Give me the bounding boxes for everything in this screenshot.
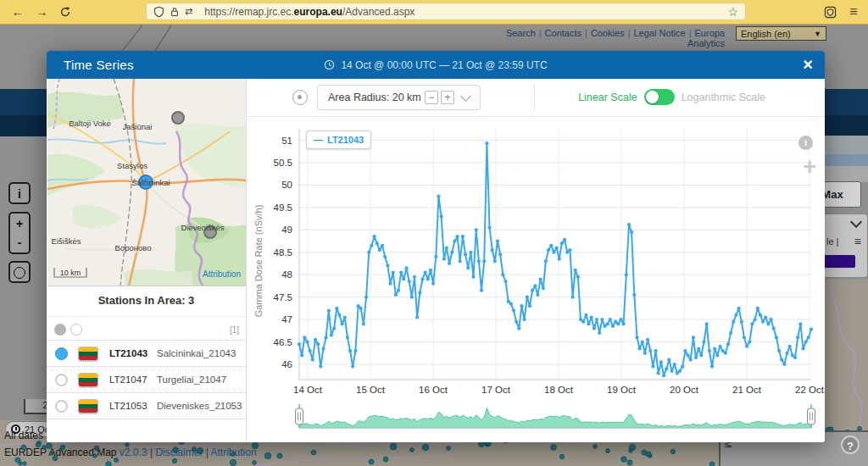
station-radio[interactable] — [55, 347, 68, 360]
separator: | — [628, 28, 631, 38]
info-icon[interactable]: i — [798, 136, 813, 150]
navigator-area — [299, 408, 811, 428]
linear-scale-label[interactable]: Linear Scale — [578, 92, 637, 103]
logarithmic-scale-label[interactable]: Logarithmic Scale — [682, 92, 765, 103]
station-code: LT21047 — [109, 374, 153, 385]
svg-text:18 Oct: 18 Oct — [544, 385, 574, 395]
nav-handle-left[interactable] — [296, 408, 303, 424]
svg-text:50.5: 50.5 — [274, 158, 292, 168]
svg-text:46.5: 46.5 — [274, 337, 292, 347]
area-plus-button[interactable]: + — [441, 91, 454, 104]
separator: | — [689, 28, 692, 38]
browser-toolbar: ← → ⇄ https://remap.jrc.ec.europa.eu/Adv… — [0, 0, 868, 25]
cluster-toggle-filled[interactable] — [54, 324, 66, 336]
nav-handle-right[interactable] — [808, 408, 815, 424]
station-radio[interactable] — [55, 400, 68, 413]
bg-strip — [825, 136, 868, 154]
x-axis-labels: 14 Oct15 Oct16 Oct17 Oct18 Oct19 Oct20 O… — [293, 385, 825, 395]
svg-text:10 km: 10 km — [60, 269, 81, 277]
lithuania-flag-icon — [78, 373, 98, 387]
station-code: LT21043 — [109, 348, 153, 358]
forward-button[interactable]: → — [32, 3, 51, 21]
map-place-label: Šalčininkai — [131, 178, 170, 187]
area-minus-button[interactable]: − — [425, 91, 438, 104]
bookmark-star-icon[interactable]: ☆ — [727, 5, 738, 19]
controls-row: Area Radius: 20 km − + Linear Scale Loga… — [247, 79, 825, 117]
svg-text:49: 49 — [281, 225, 292, 235]
time-series-modal: Time Series 14 Oct @ 00:00 UTC — 21 Oct … — [47, 51, 825, 442]
toggle-knob — [646, 91, 659, 103]
svg-text:22 Oct: 22 Oct — [795, 385, 825, 395]
station-row[interactable]: LT21053Dieveniskes_21053 — [47, 393, 246, 419]
map-place-label: Baltoji Vokė — [69, 119, 111, 128]
separator: | — [585, 28, 587, 38]
gridlines — [299, 129, 811, 380]
lock-icon[interactable] — [170, 6, 180, 18]
url-text: https://remap.jrc.ec.europa.eu/Advanced.… — [204, 6, 724, 18]
chart-legend[interactable]: — LT21043 — [306, 130, 371, 149]
permissions-icon[interactable]: ⇄ — [185, 6, 192, 17]
target-icon[interactable] — [292, 90, 308, 105]
cluster-toggle-outline[interactable] — [70, 324, 82, 336]
svg-text:51: 51 — [281, 136, 292, 146]
chevron-down-icon[interactable] — [850, 216, 862, 228]
language-select[interactable]: English (en) ▼ — [736, 26, 826, 41]
map-place-label: Dieveniškės — [181, 223, 224, 232]
dropdown-arrow-icon: ▼ — [814, 30, 821, 38]
reload-button[interactable] — [56, 3, 75, 21]
header-link-contacts[interactable]: Contacts — [545, 28, 581, 38]
left-panel: Baltoji VokėJašiūnaiStasylosŠalčininkaiD… — [47, 79, 247, 442]
map-zoom-in-button[interactable]: + — [8, 212, 31, 234]
map-place-label: Вороново — [115, 243, 152, 252]
zoom-plus-icon[interactable]: + — [803, 154, 816, 180]
shield-icon[interactable] — [153, 6, 164, 18]
screen: i + - 200 km 21 Oc All dates shown as UT… — [0, 0, 868, 466]
back-button[interactable]: ← — [8, 3, 27, 21]
svg-text:19 Oct: 19 Oct — [607, 385, 637, 395]
map-circle-tool-button[interactable] — [8, 261, 31, 283]
header-link-search[interactable]: Search — [506, 28, 536, 38]
svg-text:47: 47 — [281, 314, 292, 325]
url-bar[interactable]: ⇄ https://remap.jrc.ec.europa.eu/Advance… — [146, 3, 746, 20]
scale-toggle[interactable] — [644, 89, 675, 105]
area-radius-control[interactable]: Area Radius: 20 km − + — [317, 85, 481, 110]
header-link-europa-analytics[interactable]: Europa Analytics — [687, 28, 725, 48]
header-link-cookies[interactable]: Cookies — [591, 28, 625, 38]
header-link-legal-notice[interactable]: Legal Notice — [634, 28, 686, 38]
station-row[interactable]: LT21043Salcininkai_21043 — [47, 341, 246, 367]
menu-button[interactable]: ≡ — [844, 3, 863, 21]
modal-header: Time Series 14 Oct @ 00:00 UTC — 21 Oct … — [47, 51, 825, 79]
station-radio[interactable] — [55, 374, 68, 386]
svg-text:17 Oct: 17 Oct — [481, 385, 511, 395]
svg-text:16 Oct: 16 Oct — [419, 385, 448, 395]
lithuania-flag-icon — [78, 347, 98, 361]
svg-text:14 Oct: 14 Oct — [293, 385, 323, 395]
chevron-down-icon[interactable] — [460, 91, 471, 102]
map-info-button[interactable]: i — [8, 182, 31, 204]
chart-navigator[interactable] — [247, 401, 825, 436]
station-row[interactable]: LT21047Turgeliai_21047 — [47, 367, 246, 393]
reload-icon — [59, 6, 71, 18]
map-place-label: Jašiūnai — [123, 122, 153, 131]
language-value: English (en) — [741, 29, 791, 39]
area-radius-label: Area Radius: 20 km — [328, 92, 425, 103]
attribution-link[interactable]: Attribution — [203, 269, 241, 279]
modal-title: Time Series — [64, 58, 134, 72]
svg-text:47.5: 47.5 — [274, 292, 292, 302]
menu-lines-icon[interactable]: ≡ — [854, 235, 861, 248]
help-button[interactable]: ? — [841, 435, 860, 454]
bg-strip-blue — [825, 154, 868, 166]
series-line — [299, 143, 811, 375]
time-series-chart: 4646.54747.54848.54949.55050.55114 Oct15… — [247, 117, 825, 402]
map-zoom-out-button[interactable]: - — [8, 232, 31, 254]
stations-title: Stations In Area: 3 — [47, 294, 246, 307]
site-header-links: Search|Contacts|Cookies|Legal Notice|Eur… — [483, 28, 725, 48]
map-marker-gray[interactable] — [172, 112, 184, 124]
protections-icon[interactable] — [821, 3, 839, 21]
close-icon[interactable]: × — [803, 54, 813, 75]
svg-text:15 Oct: 15 Oct — [356, 385, 386, 395]
bg-borders-right — [825, 280, 868, 428]
mini-map[interactable]: Baltoji VokėJašiūnaiStasylosŠalčininkaiD… — [47, 79, 246, 286]
separator: | — [539, 28, 542, 38]
time-range: 14 Oct @ 00:00 UTC — 21 Oct @ 23:59 UTC — [47, 59, 825, 71]
